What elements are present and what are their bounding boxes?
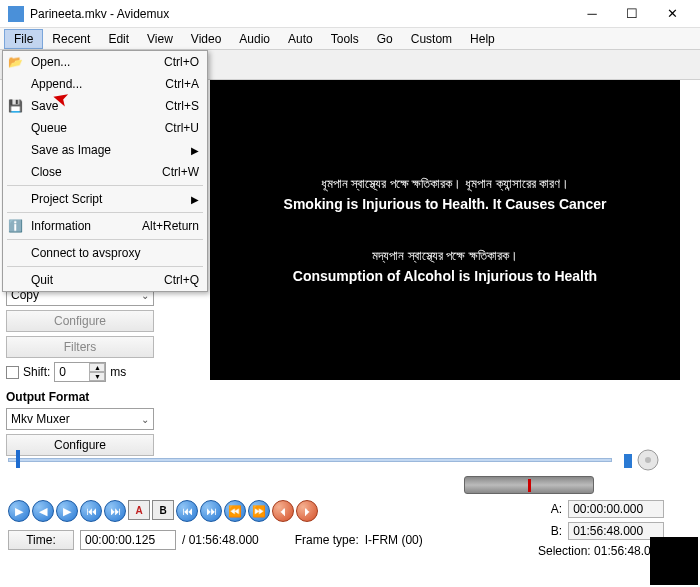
timeline-track[interactable] bbox=[8, 458, 612, 462]
info-icon: ℹ️ bbox=[7, 218, 23, 234]
menu-append[interactable]: Append... Ctrl+A bbox=[3, 73, 207, 95]
window-title: Parineeta.mkv - Avidemux bbox=[30, 7, 169, 21]
menu-tools[interactable]: Tools bbox=[322, 30, 368, 48]
save-icon: 💾 bbox=[7, 98, 23, 114]
menu-go[interactable]: Go bbox=[368, 30, 402, 48]
set-marker-b-button[interactable]: B bbox=[152, 500, 174, 520]
playhead[interactable] bbox=[16, 450, 20, 468]
output-format-label: Output Format bbox=[6, 390, 164, 404]
maximize-button[interactable]: ☐ bbox=[612, 1, 652, 27]
frametype-label: Frame type: bbox=[295, 533, 359, 547]
minimize-button[interactable]: ─ bbox=[572, 1, 612, 27]
close-button[interactable]: ✕ bbox=[652, 1, 692, 27]
marker-a-value: 00:00:00.000 bbox=[568, 500, 664, 518]
prev-black-button[interactable]: ⏴ bbox=[272, 500, 294, 522]
separator bbox=[7, 239, 203, 240]
submenu-arrow-icon: ▶ bbox=[191, 145, 199, 156]
menu-help[interactable]: Help bbox=[461, 30, 504, 48]
title-bar: Parineeta.mkv - Avidemux ─ ☐ ✕ bbox=[0, 0, 700, 28]
marker-b-label: B: bbox=[542, 524, 562, 538]
menu-recent[interactable]: Recent bbox=[43, 30, 99, 48]
file-dropdown: 📂 Open... Ctrl+O Append... Ctrl+A 💾 Save… bbox=[2, 50, 208, 292]
separator bbox=[7, 212, 203, 213]
submenu-arrow-icon: ▶ bbox=[191, 194, 199, 205]
goto-start-button[interactable]: ⏮ bbox=[176, 500, 198, 522]
menu-file[interactable]: File bbox=[4, 29, 43, 49]
next-frame-button[interactable]: ▶ bbox=[56, 500, 78, 522]
app-icon bbox=[8, 6, 24, 22]
menu-edit[interactable]: Edit bbox=[99, 30, 138, 48]
separator bbox=[7, 185, 203, 186]
prev-keyframe-button[interactable]: ⏮ bbox=[80, 500, 102, 522]
menu-bar: File Recent Edit View Video Audio Auto T… bbox=[0, 28, 700, 50]
goto-marker-b-button[interactable]: ⏩ bbox=[248, 500, 270, 522]
menu-open[interactable]: 📂 Open... Ctrl+O bbox=[3, 51, 207, 73]
ab-selection: A:00:00:00.000 B:01:56:48.000 Selection:… bbox=[538, 500, 664, 558]
menu-close[interactable]: Close Ctrl+W bbox=[3, 161, 207, 183]
menu-save[interactable]: 💾 Save Ctrl+S bbox=[3, 95, 207, 117]
menu-view[interactable]: View bbox=[138, 30, 182, 48]
next-black-button[interactable]: ⏵ bbox=[296, 500, 318, 522]
menu-auto[interactable]: Auto bbox=[279, 30, 322, 48]
time-row: Time: 00:00:00.125 / 01:56:48.000 Frame … bbox=[8, 530, 423, 550]
left-panel: Copy ⌄ Configure Filters Shift: 0 ▲▼ ms … bbox=[6, 284, 164, 460]
subtitle-line: Consumption of Alcohol is Injurious to H… bbox=[293, 268, 597, 284]
video-preview: ধূমপান স্বাস্থ্যের পক্ষে ক্ষতিকারক। ধূমপ… bbox=[210, 80, 680, 380]
stepper-up[interactable]: ▲ bbox=[89, 363, 105, 372]
subtitle-line: মদ্যপান স্বাস্থ্যের পক্ষে ক্ষতিকারক। bbox=[372, 248, 518, 264]
shift-checkbox[interactable] bbox=[6, 366, 19, 379]
output-format-select[interactable]: Mkv Muxer ⌄ bbox=[6, 408, 154, 430]
frametype-value: I-FRM (00) bbox=[365, 533, 423, 547]
prev-frame-button[interactable]: ◀ bbox=[32, 500, 54, 522]
menu-save-image[interactable]: Save as Image ▶ bbox=[3, 139, 207, 161]
menu-information[interactable]: ℹ️ Information Alt+Return bbox=[3, 215, 207, 237]
shift-value-input[interactable]: 0 ▲▼ bbox=[54, 362, 106, 382]
time-current-input[interactable]: 00:00:00.125 bbox=[80, 530, 176, 550]
filters-button[interactable]: Filters bbox=[6, 336, 154, 358]
chevron-down-icon: ⌄ bbox=[141, 414, 149, 425]
menu-queue[interactable]: Queue Ctrl+U bbox=[3, 117, 207, 139]
preview-thumb bbox=[650, 537, 698, 585]
svg-point-1 bbox=[645, 457, 651, 463]
separator bbox=[7, 266, 203, 267]
next-keyframe-button[interactable]: ⏭ bbox=[104, 500, 126, 522]
configure-button[interactable]: Configure bbox=[6, 310, 154, 332]
set-marker-a-button[interactable]: A bbox=[128, 500, 150, 520]
timeline[interactable] bbox=[8, 450, 692, 474]
shift-unit: ms bbox=[110, 365, 126, 379]
subtitle-line: ধূমপান স্বাস্থ্যের পক্ষে ক্ষতিকারক। ধূমপ… bbox=[321, 176, 570, 192]
disc-icon bbox=[634, 448, 662, 472]
goto-marker-a-button[interactable]: ⏪ bbox=[224, 500, 246, 522]
time-button[interactable]: Time: bbox=[8, 530, 74, 550]
marker-a-label: A: bbox=[542, 502, 562, 516]
menu-audio[interactable]: Audio bbox=[230, 30, 279, 48]
menu-project-script[interactable]: Project Script ▶ bbox=[3, 188, 207, 210]
wheel-center-mark bbox=[528, 479, 531, 492]
menu-avsproxy[interactable]: Connect to avsproxy bbox=[3, 242, 207, 264]
subtitle-line: Smoking is Injurious to Health. It Cause… bbox=[284, 196, 607, 212]
selection-label: Selection: bbox=[538, 544, 591, 558]
menu-video[interactable]: Video bbox=[182, 30, 230, 48]
nav-wheel[interactable] bbox=[464, 476, 594, 494]
time-total: / 01:56:48.000 bbox=[182, 533, 259, 547]
stepper-down[interactable]: ▼ bbox=[89, 372, 105, 381]
menu-quit[interactable]: Quit Ctrl+Q bbox=[3, 269, 207, 291]
timeline-end-marker[interactable] bbox=[624, 454, 632, 468]
open-icon: 📂 bbox=[7, 54, 23, 70]
shift-label: Shift: bbox=[23, 365, 50, 379]
play-button[interactable]: ▶ bbox=[8, 500, 30, 522]
menu-custom[interactable]: Custom bbox=[402, 30, 461, 48]
transport-controls: ▶ ◀ ▶ ⏮ ⏭ A B ⏮ ⏭ ⏪ ⏩ ⏴ ⏵ bbox=[8, 500, 318, 522]
goto-end-button[interactable]: ⏭ bbox=[200, 500, 222, 522]
